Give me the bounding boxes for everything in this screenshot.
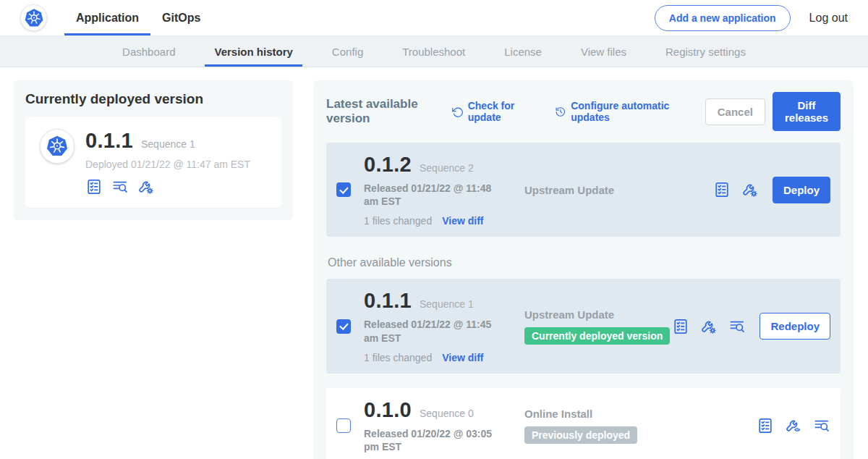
check-for-update-button[interactable]: Check for update xyxy=(451,100,535,123)
view-diff-link[interactable]: View diff xyxy=(442,215,483,227)
diff-releases-button[interactable]: Diff releases xyxy=(773,92,841,131)
deploy-button[interactable]: Deploy xyxy=(773,177,830,203)
edit-config-icon[interactable] xyxy=(741,181,759,198)
preflight-checks-icon[interactable] xyxy=(713,181,731,198)
configure-automatic-updates-button[interactable]: Configure automatic updates xyxy=(555,100,686,123)
version-row-0-1-2: 0.1.2 Sequence 2 Released 01/21/22 @ 11:… xyxy=(326,143,841,237)
version-row-0-1-1: 0.1.1 Sequence 1 Released 01/21/22 @ 11:… xyxy=(326,279,841,373)
view-logs-icon[interactable] xyxy=(111,178,129,195)
released-timestamp: Released 01/20/22 @ 03:05 pm EST xyxy=(364,427,506,453)
edit-config-icon[interactable] xyxy=(137,178,155,195)
top-nav: Application GitOps xyxy=(64,0,212,35)
view-logs-icon[interactable] xyxy=(813,417,830,434)
version-number: 0.1.2 xyxy=(364,153,412,177)
tab-registry-settings[interactable]: Registry settings xyxy=(646,36,765,67)
app-tab-bar: Dashboard Version history Config Trouble… xyxy=(0,36,868,67)
currently-deployed-badge: Currently deployed version xyxy=(524,327,670,345)
cancel-button[interactable]: Cancel xyxy=(705,98,765,125)
nav-item-application[interactable]: Application xyxy=(64,0,150,35)
released-timestamp: Released 01/21/22 @ 11:48 am EST xyxy=(364,182,506,208)
app-kubernetes-icon xyxy=(40,129,75,164)
version-number: 0.1.0 xyxy=(364,398,412,422)
sequence-label: Sequence 1 xyxy=(420,298,474,310)
tab-config[interactable]: Config xyxy=(312,36,383,67)
deployed-timestamp: Deployed 01/21/22 @ 11:47 am EST xyxy=(85,159,250,170)
view-config-icon[interactable] xyxy=(785,417,802,434)
currently-deployed-title: Currently deployed version xyxy=(25,91,281,107)
released-timestamp: Released 01/21/22 @ 11:45 am EST xyxy=(364,318,506,344)
tab-license[interactable]: License xyxy=(485,36,561,67)
version-checkbox[interactable] xyxy=(336,319,351,334)
top-header: Application GitOps Add a new application… xyxy=(0,0,868,36)
version-checkbox[interactable] xyxy=(336,418,351,433)
tab-troubleshoot[interactable]: Troubleshoot xyxy=(383,36,485,67)
source-label: Upstream Update xyxy=(524,308,672,321)
other-versions-title: Other available versions xyxy=(328,256,839,269)
preflight-checks-icon[interactable] xyxy=(672,318,689,335)
version-number: 0.1.1 xyxy=(364,289,412,313)
tab-dashboard[interactable]: Dashboard xyxy=(103,36,195,67)
previously-deployed-badge: Previously deployed xyxy=(524,426,637,444)
preflight-checks-icon[interactable] xyxy=(757,417,774,434)
add-application-button[interactable]: Add a new application xyxy=(655,5,791,31)
nav-item-gitops[interactable]: GitOps xyxy=(150,0,212,35)
logout-button[interactable]: Log out xyxy=(809,12,848,25)
sequence-label: Sequence 2 xyxy=(420,162,474,174)
latest-available-title: Latest available version xyxy=(326,97,441,126)
edit-config-icon[interactable] xyxy=(700,318,718,335)
tab-view-files[interactable]: View files xyxy=(561,36,646,67)
sequence-label: Sequence 0 xyxy=(420,408,474,419)
deployed-version-number: 0.1.1 xyxy=(85,129,133,153)
refresh-icon xyxy=(451,105,463,119)
currently-deployed-card: Currently deployed version 0.1.1 Sequenc… xyxy=(14,80,293,220)
view-logs-icon[interactable] xyxy=(728,318,746,335)
version-checkbox[interactable] xyxy=(336,182,351,197)
tab-version-history[interactable]: Version history xyxy=(195,36,312,67)
redeploy-button[interactable]: Redeploy xyxy=(760,313,830,340)
version-row-0-1-0: 0.1.0 Sequence 0 Released 01/20/22 @ 03:… xyxy=(326,388,841,459)
kubernetes-logo-icon xyxy=(20,4,47,31)
view-diff-link[interactable]: View diff xyxy=(442,352,483,363)
source-label: Online Install xyxy=(524,408,757,420)
deployed-version-card: 0.1.1 Sequence 1 Deployed 01/21/22 @ 11:… xyxy=(25,117,281,208)
source-label: Upstream Update xyxy=(524,184,713,196)
files-changed-label: 1 files changed xyxy=(364,215,432,227)
deployed-sequence-label: Sequence 1 xyxy=(141,138,195,150)
available-versions-panel: Latest available version Check for updat… xyxy=(313,80,854,459)
clock-refresh-icon xyxy=(555,105,566,119)
preflight-checks-icon[interactable] xyxy=(85,178,103,195)
files-changed-label: 1 files changed xyxy=(364,352,432,363)
